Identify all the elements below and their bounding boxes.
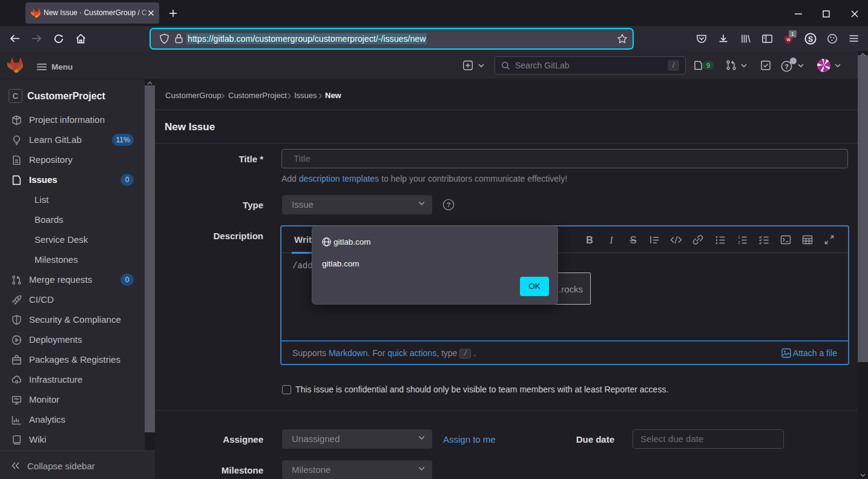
svg-text:B: B bbox=[586, 235, 593, 245]
svg-text:S: S bbox=[808, 35, 813, 44]
svg-text:?: ? bbox=[446, 201, 450, 208]
svg-text:2: 2 bbox=[738, 240, 740, 245]
svg-text:1: 1 bbox=[738, 235, 740, 239]
svg-text:S: S bbox=[630, 235, 637, 245]
svg-text:I: I bbox=[609, 235, 613, 245]
svg-text:?: ? bbox=[784, 63, 789, 70]
